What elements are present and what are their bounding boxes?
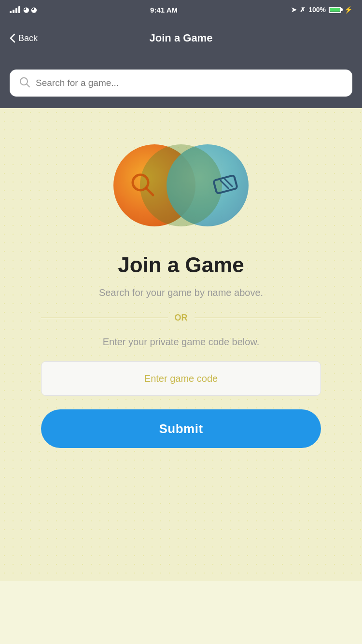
- location-icon: ➤: [291, 6, 297, 14]
- or-line-left: [41, 318, 168, 319]
- join-heading: Join a Game: [118, 253, 244, 277]
- signal-icon: [10, 6, 20, 13]
- search-container: [0, 62, 362, 108]
- back-chevron-icon: [10, 33, 15, 43]
- status-right: ➤ ✗ 100% ⚡: [291, 6, 352, 14]
- svg-line-1: [27, 84, 30, 87]
- main-content: Join a Game Search for your game by name…: [0, 108, 362, 581]
- enter-code-hint: Enter your private game code below.: [103, 336, 260, 348]
- or-divider: OR: [41, 313, 321, 323]
- battery-icon: [329, 7, 341, 13]
- status-time: 9:41 AM: [150, 6, 178, 14]
- status-left: ◕ ◕: [10, 6, 37, 14]
- charging-icon: ⚡: [344, 6, 352, 14]
- venn-ticket-icon: [211, 170, 240, 201]
- search-icon: [19, 77, 30, 89]
- submit-button[interactable]: Submit: [41, 409, 321, 448]
- back-button[interactable]: Back: [10, 33, 38, 43]
- wifi-icon: ◕ ◕: [23, 6, 37, 14]
- back-label: Back: [18, 33, 38, 43]
- nav-title: Join a Game: [150, 32, 213, 44]
- battery-percent: 100%: [308, 6, 326, 14]
- venn-search-icon: [128, 170, 157, 201]
- search-bar: [10, 70, 352, 97]
- game-code-input[interactable]: [41, 361, 321, 396]
- svg-point-0: [20, 78, 28, 85]
- svg-line-3: [146, 188, 153, 195]
- code-input-wrapper: [41, 361, 321, 396]
- or-line-right: [195, 318, 321, 319]
- search-input[interactable]: [36, 78, 343, 88]
- search-hint-text: Search for your game by name above.: [99, 286, 263, 299]
- venn-diagram: [113, 137, 249, 234]
- bluetooth-icon: ✗: [300, 6, 306, 14]
- or-label: OR: [175, 313, 188, 323]
- nav-bar: Back Join a Game: [0, 19, 362, 62]
- status-bar: ◕ ◕ 9:41 AM ➤ ✗ 100% ⚡: [0, 0, 362, 19]
